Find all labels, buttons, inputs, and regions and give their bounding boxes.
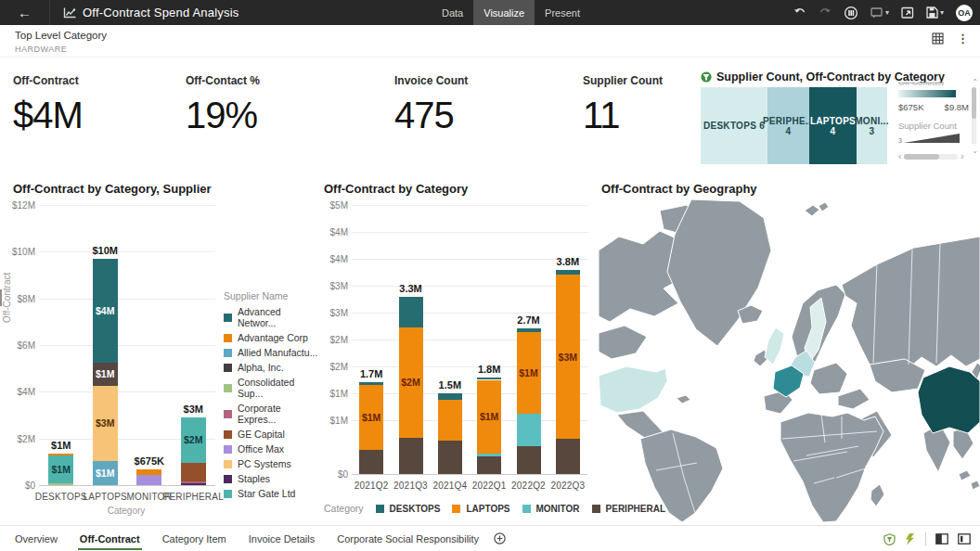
- canvas-tab-category-item[interactable]: Category Item: [151, 526, 238, 551]
- kpi-tile-off-contract[interactable]: Off-Contract$4M: [13, 74, 171, 136]
- filter-name[interactable]: Top Level Category: [15, 30, 107, 41]
- map-country-usa[interactable]: [599, 366, 667, 413]
- bar-segment-peripheral[interactable]: [477, 456, 501, 474]
- legend-item-advanced-networ[interactable]: Advanced Networ...: [224, 306, 320, 328]
- mode-tab-data[interactable]: Data: [432, 0, 473, 25]
- treemap-viz: Supplier Count, Off-Contract by Category…: [694, 70, 980, 178]
- bar-segment-desktops[interactable]: [477, 378, 501, 380]
- legend-item-corporate-expres[interactable]: Corporate Expres...: [224, 403, 320, 425]
- bar-segment-monitor[interactable]: [517, 414, 541, 446]
- bar-segment-ge-capital[interactable]: [181, 463, 206, 481]
- bar-segment-consolidated-sup[interactable]: [48, 483, 73, 485]
- bar-segment-staples[interactable]: [181, 483, 206, 485]
- gridline: [39, 205, 215, 206]
- legend-swatch: [224, 460, 232, 468]
- export-icon[interactable]: [901, 6, 914, 19]
- scroll-right-icon[interactable]: ›: [961, 151, 963, 161]
- preview-data-icon[interactable]: [844, 6, 858, 20]
- segment-value-label: $1M: [509, 367, 549, 378]
- legend-item-staples[interactable]: Staples: [224, 473, 320, 484]
- save-icon[interactable]: ▾: [926, 6, 944, 19]
- y-tick-label: $3M: [315, 281, 348, 291]
- gridline: [352, 340, 587, 340]
- legend-item-pc-systems[interactable]: PC Systems: [224, 458, 320, 469]
- y-tick-label: $2M: [315, 362, 348, 372]
- map-country-uk[interactable]: [765, 327, 784, 365]
- treemap-tile-periphe[interactable]: PERIPHE... 4: [767, 87, 809, 164]
- bar-segment-desktops[interactable]: [359, 382, 383, 385]
- comments-icon[interactable]: ▾: [870, 7, 889, 19]
- bar-segment-office-max[interactable]: [136, 475, 161, 485]
- treemap-tile-moni[interactable]: MONI... 3: [857, 87, 887, 164]
- legend-title: Supplier Name: [224, 290, 320, 301]
- filter-funnel-icon: [701, 71, 712, 83]
- canvas-tab-off-contract[interactable]: Off-Contract: [69, 526, 151, 551]
- legend-item-advantage-corp[interactable]: Advantage Corp: [224, 332, 320, 343]
- canvas-tab-invoice-details[interactable]: Invoice Details: [238, 526, 327, 551]
- bar-segment-laptops[interactable]: [438, 400, 462, 441]
- mode-tab-present[interactable]: Present: [535, 0, 590, 25]
- legend-swatch: [224, 490, 232, 498]
- mode-tab-visualize[interactable]: Visualize: [473, 0, 535, 25]
- legend-item-alpha-inc[interactable]: Alpha, Inc.: [224, 362, 320, 373]
- undo-icon[interactable]: [793, 7, 806, 19]
- canvas-grid-icon[interactable]: [932, 32, 944, 45]
- gridline: [352, 313, 587, 314]
- bar-segment-peripheral[interactable]: [359, 450, 383, 474]
- bar-segment-peripheral[interactable]: [556, 439, 580, 474]
- bar-segment-desktops[interactable]: [556, 270, 580, 276]
- legend-hscrollbar[interactable]: [904, 154, 958, 160]
- segment-value-label: $3M: [548, 352, 588, 363]
- redo-icon[interactable]: [819, 7, 832, 19]
- bar-segment-corporate-expres[interactable]: [181, 481, 206, 483]
- canvas-scroll-marker[interactable]: [0, 289, 2, 306]
- treemap-tile-laptops[interactable]: LAPTOPS 4: [809, 87, 857, 164]
- bar-segment-peripheral[interactable]: [399, 438, 423, 474]
- bar-segment-peripheral[interactable]: [517, 446, 541, 474]
- legend-item-star-gate-ltd[interactable]: Star Gate Ltd: [224, 488, 320, 499]
- legend-item-office-max[interactable]: Office Max: [224, 443, 320, 455]
- bar-segment-desktops[interactable]: [517, 328, 541, 331]
- legend-item-ge-capital[interactable]: GE Capital: [224, 429, 320, 440]
- bar-total-label: $1M: [35, 440, 87, 451]
- layout-panel-left-icon[interactable]: [935, 533, 948, 545]
- bar-total-label: $675K: [123, 455, 175, 467]
- legend-vscrollbar[interactable]: [972, 87, 976, 145]
- add-canvas-icon[interactable]: [494, 532, 506, 545]
- scroll-left-icon[interactable]: ‹: [898, 151, 901, 161]
- y-tick-label: $5M: [315, 200, 348, 211]
- bar-segment-desktops[interactable]: [399, 297, 423, 327]
- avatar[interactable]: OA: [956, 5, 973, 21]
- scroll-down-icon[interactable]: ⌄: [972, 147, 978, 155]
- map-country-china[interactable]: [918, 366, 980, 433]
- treemap-tile-desktops[interactable]: DESKTOPS 6: [701, 87, 767, 164]
- canvas-tab-corporate-social-responsibility[interactable]: Corporate Social Responsibility: [326, 526, 490, 551]
- segment-value-label: $1M: [469, 411, 509, 422]
- y-tick-label: $10M: [2, 247, 35, 257]
- bar-segment-peripheral[interactable]: [438, 441, 462, 474]
- legend-item-allied-manufactu[interactable]: Allied Manufactu...: [224, 347, 320, 358]
- bar-segment-monitor[interactable]: [477, 454, 501, 456]
- legend-item-desktops[interactable]: DESKTOPS: [376, 504, 441, 514]
- auto-insights-icon[interactable]: [905, 533, 916, 545]
- bar-segment-advantage-corp[interactable]: [48, 454, 73, 455]
- kebab-menu-icon[interactable]: ⋮: [957, 32, 969, 45]
- kpi-tile-invoice-count[interactable]: Invoice Count475: [394, 74, 552, 136]
- world-map[interactable]: [599, 199, 980, 522]
- bar-segment-desktops[interactable]: [438, 393, 462, 400]
- kpi-tile-off-contact[interactable]: Off-Contact %19%: [186, 74, 343, 136]
- scroll-up-icon[interactable]: ⌃: [972, 78, 978, 86]
- y-tick-label: $0: [2, 481, 35, 491]
- y-tick-label: $2M: [315, 335, 348, 345]
- legend-item-consolidated-sup[interactable]: Consolidated Sup...: [224, 377, 320, 399]
- legend-item-monitor[interactable]: MONITOR: [522, 504, 580, 514]
- legend-item-laptops[interactable]: LAPTOPS: [452, 504, 509, 514]
- bar-chart-by-category: Off-Contract by Category $5M$4M$4M$3M$3M…: [320, 179, 599, 525]
- bar-segment-advantage-corp[interactable]: [136, 469, 161, 475]
- canvas-tab-overview[interactable]: Overview: [4, 526, 69, 551]
- layout-panel-right-icon[interactable]: [958, 533, 971, 545]
- back-button[interactable]: ←: [0, 0, 50, 25]
- legend-max: $9.8M: [945, 102, 969, 112]
- filter-value[interactable]: HARDWARE: [15, 45, 67, 54]
- filter-badge-icon[interactable]: [883, 533, 896, 545]
